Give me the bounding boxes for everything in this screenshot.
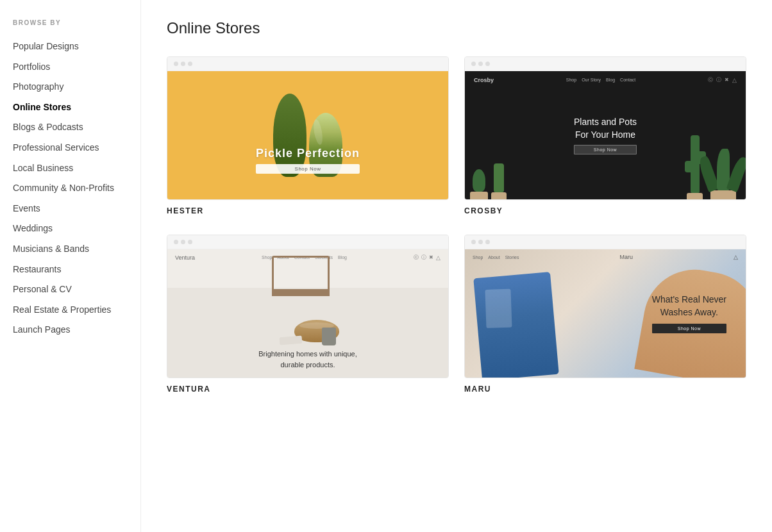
maru-headline: What's Real NeverWashes Away. [652,294,726,319]
template-thumb-ventura: Ventura Shop About Contact Stockists Blo… [167,235,449,378]
ventura-link-blog: Blog [338,255,347,260]
maru-icon-cart: △ [734,254,738,260]
crosby-name: CROSBY [464,206,746,215]
thumb-bar-hester [167,57,448,71]
maru-link-stories: Stories [505,255,519,260]
fern-leaves [705,145,741,190]
planter-large [687,193,703,199]
thumb-dot-7 [174,240,178,244]
thumb-dot-6 [485,62,490,66]
crosby-logo-text: Crosby [474,77,494,83]
ventura-preview: Ventura Shop About Contact Stockists Blo… [167,249,448,378]
hester-bg: Pickle Perfection Shop Now [167,71,448,199]
thumb-dot-5 [478,62,483,66]
sidebar-item-online-stores[interactable]: Online Stores [13,97,128,118]
sidebar-item-restaurants[interactable]: Restaurants [13,260,128,280]
templates-grid: Pickle Perfection Shop Now HESTER [167,56,746,394]
maru-cta: Shop Now [652,324,726,333]
ventura-icon-3: ✖ [429,254,433,260]
thumb-dot-11 [478,240,483,244]
template-thumb-maru: Shop About Stories Maru △ What's Real Ne… [464,235,746,378]
thumb-dot-8 [181,240,185,244]
sidebar-item-community-non-profits[interactable]: Community & Non-Profits [13,178,128,199]
crosby-icon-twitter: ✖ [725,77,729,83]
sidebar-item-portfolios[interactable]: Portfolios [13,57,128,78]
template-card-hester[interactable]: Pickle Perfection Shop Now HESTER [167,56,449,215]
sidebar-item-professional-services[interactable]: Professional Services [13,138,128,158]
crosby-bg: Crosby Shop Our Story Blog Contact ⓒ ⓘ ✖ [465,71,746,199]
ventura-text: Brightening homes with unique,durable pr… [167,349,448,370]
hester-preview: Pickle Perfection Shop Now [167,71,448,199]
sidebar-item-musicians-bands[interactable]: Musicians & Bands [13,239,128,260]
ventura-icons: ⓒ ⓘ ✖ △ [414,254,441,261]
sidebar-item-personal-cv[interactable]: Personal & CV [13,279,128,300]
ventura-icon-2: ⓘ [421,254,426,261]
crosby-icon-cart: △ [732,77,737,83]
maru-nav-links-left: Shop About Stories [473,255,519,260]
planter-fern [710,190,736,199]
template-card-ventura[interactable]: Ventura Shop About Contact Stockists Blo… [167,235,449,394]
sidebar-item-events[interactable]: Events [13,199,128,219]
thumb-dot-10 [471,240,476,244]
thumb-bar-crosby [465,57,746,71]
sidebar-nav: Popular DesignsPortfoliosPhotographyOnli… [13,37,128,340]
template-card-maru[interactable]: Shop About Stories Maru △ What's Real Ne… [464,235,746,394]
maru-logo-text: Maru [619,254,633,260]
template-thumb-crosby: Crosby Shop Our Story Blog Contact ⓒ ⓘ ✖ [464,56,746,200]
sidebar: BROWSE BY Popular DesignsPortfoliosPhoto… [0,0,141,532]
maru-name: MARU [464,385,746,394]
cactus-small-2 [491,163,507,199]
crosby-link-shop: Shop [566,78,576,82]
template-thumb-hester: Pickle Perfection Shop Now [167,56,449,200]
sidebar-item-local-business[interactable]: Local Business [13,158,128,179]
sidebar-item-launch-pages[interactable]: Launch Pages [13,320,128,340]
ventura-bg: Ventura Shop About Contact Stockists Blo… [167,249,448,378]
page-title: Online Stores [167,19,746,37]
crosby-preview: Crosby Shop Our Story Blog Contact ⓒ ⓘ ✖ [465,71,746,199]
crosby-cta: Shop Now [574,145,637,154]
crosby-text: Plants and PotsFor Your Home Shop Now [574,116,637,154]
sidebar-item-photography[interactable]: Photography [13,77,128,97]
chair-back [272,256,330,291]
cactus-arm-left [685,161,691,172]
maru-link-shop: Shop [473,255,483,260]
maru-text: What's Real NeverWashes Away. Shop Now [652,294,726,333]
ventura-chair [265,256,336,307]
sidebar-item-blogs-podcasts[interactable]: Blogs & Podcasts [13,117,128,138]
hester-text: Pickle Perfection Shop Now [256,147,360,174]
thumb-dot-2 [181,62,185,66]
cactus-small-1 [470,169,488,199]
maru-link-about: About [488,255,499,260]
chair-seat [272,291,330,296]
ventura-name: VENTURA [167,385,449,394]
maru-preview: Shop About Stories Maru △ What's Real Ne… [465,249,746,378]
sidebar-item-weddings[interactable]: Weddings [13,219,128,239]
browse-by-label: BROWSE BY [13,19,128,26]
cactus-body-large [691,135,700,193]
thumb-bar-maru [465,235,746,249]
crosby-link-story: Our Story [582,78,601,82]
ventura-icon-1: ⓒ [414,254,419,261]
crosby-nav-links: Shop Our Story Blog Contact [566,78,635,82]
maru-nav: Shop About Stories Maru △ [465,249,746,265]
plants-left [470,163,507,199]
template-card-crosby[interactable]: Crosby Shop Our Story Blog Contact ⓒ ⓘ ✖ [464,56,746,215]
hester-title: Pickle Perfection [256,147,360,160]
maru-bg: Shop About Stories Maru △ What's Real Ne… [465,249,746,378]
crosby-icon-instagram: ⓒ [708,76,713,83]
thumb-bar-ventura [167,235,448,249]
plants-right [682,135,746,199]
plant-fern [705,145,741,199]
cactus-tall-small [494,163,504,192]
crosby-link-contact: Contact [620,78,635,82]
thumb-dot-4 [471,62,476,66]
ventura-icon-cart: △ [436,254,441,261]
hester-cta: Shop Now [256,164,360,174]
ventura-cup [322,328,336,345]
sidebar-item-real-estate[interactable]: Real Estate & Properties [13,300,128,320]
cactus-round [473,169,485,192]
sidebar-item-popular-designs[interactable]: Popular Designs [13,37,128,57]
crosby-title-text: Plants and PotsFor Your Home [574,116,637,141]
ventura-logo-text: Ventura [175,254,195,261]
thumb-dot-1 [174,62,178,66]
